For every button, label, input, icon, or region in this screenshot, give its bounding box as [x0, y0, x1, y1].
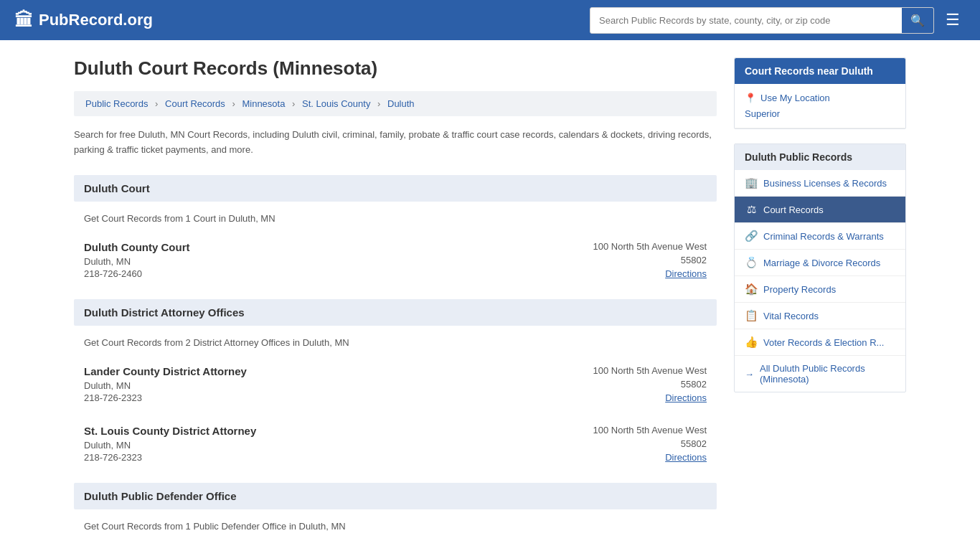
breadcrumb-sep-2: ›	[292, 98, 295, 109]
court-location-0-0: Duluth, MN	[84, 256, 189, 267]
table-row: St. Louis County District Attorney Dulut…	[74, 418, 717, 471]
section-public-defender: Duluth Public Defender Office Get Court …	[74, 483, 717, 542]
breadcrumb: Public Records › Court Records › Minneso…	[74, 91, 717, 116]
court-address-1-1: 100 North 5th Avenue West 55802 Directio…	[593, 425, 707, 463]
content-area: Duluth Court Records (Minnesota) Public …	[74, 57, 717, 542]
sidebar-item-property[interactable]: 🏠 Property Records	[735, 276, 905, 303]
section-header-2: Duluth Public Defender Office	[74, 483, 717, 509]
address-line1-0-0: 100 North 5th Avenue West	[593, 241, 707, 252]
location-icon: 📍	[745, 93, 756, 103]
breadcrumb-sep-3: ›	[377, 98, 380, 109]
sidebar-item-label-0: Business Licenses & Records	[763, 178, 887, 189]
site-logo[interactable]: 🏛 PubRecord.org	[14, 9, 153, 32]
business-icon: 🏢	[745, 176, 758, 189]
sidebar-item-label-3: Marriage & Divorce Records	[763, 258, 880, 268]
address-line2-1-1: 55802	[593, 438, 707, 449]
search-button[interactable]: 🔍	[902, 8, 933, 33]
court-name-0-0: Duluth County Court	[84, 241, 189, 253]
court-name-1-1: St. Louis County District Attorney	[84, 425, 256, 437]
logo-text: PubRecord.org	[39, 11, 153, 29]
sidebar-records-box: Duluth Public Records 🏢 Business License…	[734, 143, 906, 392]
breadcrumb-sep-1: ›	[232, 98, 235, 109]
sidebar-item-marriage[interactable]: 💍 Marriage & Divorce Records	[735, 250, 905, 276]
breadcrumb-link-2[interactable]: Minnesota	[242, 98, 285, 109]
sidebar-item-business[interactable]: 🏢 Business Licenses & Records	[735, 170, 905, 197]
address-line2-0-0: 55802	[593, 255, 707, 265]
site-header: 🏛 PubRecord.org 🔍 ☰	[0, 0, 980, 40]
breadcrumb-link-1[interactable]: Court Records	[165, 98, 225, 109]
table-row: Lander County District Attorney Duluth, …	[74, 358, 717, 412]
breadcrumb-link-0[interactable]: Public Records	[85, 98, 148, 109]
sidebar-location: 📍 Use My Location Superior	[735, 84, 905, 128]
address-line1-1-1: 100 North 5th Avenue West	[593, 425, 707, 435]
court-info-1-0: Lander County District Attorney Duluth, …	[84, 365, 247, 405]
menu-icon: ☰	[946, 11, 960, 29]
breadcrumb-link-4[interactable]: Duluth	[387, 98, 415, 109]
marriage-icon: 💍	[745, 256, 758, 269]
court-phone-1-1: 218-726-2323	[84, 452, 256, 463]
court-address-0-0: 100 North 5th Avenue West 55802 Directio…	[593, 241, 707, 279]
sidebar-item-label-1: Court Records	[763, 204, 824, 215]
address-line2-1-0: 55802	[593, 379, 707, 390]
address-line1-1-0: 100 North 5th Avenue West	[593, 365, 707, 376]
section-duluth-court: Duluth Court Get Court Records from 1 Co…	[74, 175, 717, 288]
voter-icon: 👍	[745, 336, 758, 349]
breadcrumb-sep-0: ›	[155, 98, 158, 109]
court-address-1-0: 100 North 5th Avenue West 55802 Directio…	[593, 365, 707, 403]
sidebar-item-label-4: Property Records	[763, 284, 836, 295]
section-header-1: Duluth District Attorney Offices	[74, 299, 717, 326]
court-info-0-0: Duluth County Court Duluth, MN 218-726-2…	[84, 241, 189, 281]
sidebar: Court Records near Duluth 📍 Use My Locat…	[734, 57, 906, 542]
section-desc-2: Get Court Records from 1 Public Defender…	[74, 518, 717, 542]
page-description: Search for free Duluth, MN Court Records…	[74, 128, 717, 158]
nearby-city-link[interactable]: Superior	[745, 108, 780, 119]
search-icon: 🔍	[910, 14, 925, 27]
sidebar-item-court[interactable]: ⚖ Court Records	[735, 197, 905, 223]
search-wrapper: 🔍	[590, 7, 934, 34]
page-title: Duluth Court Records (Minnesota)	[74, 57, 717, 80]
breadcrumb-link-3[interactable]: St. Louis County	[302, 98, 370, 109]
all-link-icon: →	[745, 369, 754, 380]
sidebar-item-label-6: Voter Records & Election R...	[763, 337, 884, 348]
property-icon: 🏠	[745, 283, 758, 296]
sidebar-records-title: Duluth Public Records	[735, 144, 905, 170]
sidebar-item-criminal[interactable]: 🔗 Criminal Records & Warrants	[735, 223, 905, 250]
section-district-attorney: Duluth District Attorney Offices Get Cou…	[74, 299, 717, 471]
court-phone-0-0: 218-726-2460	[84, 268, 189, 279]
directions-link-1-1[interactable]: Directions	[665, 452, 707, 463]
all-link-label: All Duluth Public Records (Minnesota)	[760, 363, 895, 385]
section-desc-0: Get Court Records from 1 Court in Duluth…	[74, 210, 717, 234]
menu-button[interactable]: ☰	[940, 8, 966, 32]
court-phone-1-0: 218-726-2323	[84, 392, 247, 403]
sidebar-item-vital[interactable]: 📋 Vital Records	[735, 303, 905, 329]
court-info-1-1: St. Louis County District Attorney Dulut…	[84, 425, 256, 464]
section-header-0: Duluth Court	[74, 175, 717, 202]
sidebar-near-title: Court Records near Duluth	[735, 58, 905, 84]
search-input[interactable]	[590, 9, 902, 32]
sidebar-all-link[interactable]: → All Duluth Public Records (Minnesota)	[735, 356, 905, 392]
court-location-1-1: Duluth, MN	[84, 440, 256, 451]
logo-icon: 🏛	[14, 9, 33, 32]
vital-icon: 📋	[745, 309, 758, 322]
criminal-icon: 🔗	[745, 230, 758, 242]
header-right: 🔍 ☰	[590, 7, 966, 34]
court-name-1-0: Lander County District Attorney	[84, 365, 247, 377]
court-location-1-0: Duluth, MN	[84, 380, 247, 391]
use-location-link[interactable]: 📍 Use My Location	[745, 93, 895, 103]
sidebar-item-label-2: Criminal Records & Warrants	[763, 231, 884, 242]
use-location-label: Use My Location	[760, 93, 830, 103]
sidebar-item-voter[interactable]: 👍 Voter Records & Election R...	[735, 329, 905, 356]
court-icon: ⚖	[745, 203, 758, 216]
sidebar-item-label-5: Vital Records	[763, 311, 819, 321]
sidebar-near-box: Court Records near Duluth 📍 Use My Locat…	[734, 57, 906, 129]
section-desc-1: Get Court Records from 2 District Attorn…	[74, 334, 717, 358]
main-container: Duluth Court Records (Minnesota) Public …	[60, 40, 920, 551]
directions-link-0-0[interactable]: Directions	[665, 268, 707, 279]
table-row: Duluth County Court Duluth, MN 218-726-2…	[74, 234, 717, 288]
directions-link-1-0[interactable]: Directions	[665, 392, 707, 403]
